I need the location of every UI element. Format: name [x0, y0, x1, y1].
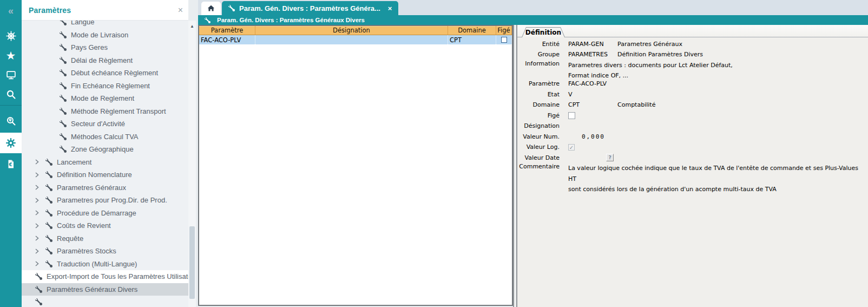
sidebar-item[interactable]: Méthodes Calcul TVA	[22, 130, 188, 143]
column-header-paramtre[interactable]: Paramètre	[199, 26, 255, 35]
sidebar-item[interactable]: Définition Nomenclature	[22, 168, 188, 181]
tab-close-icon[interactable]: ×	[388, 4, 392, 12]
checkbox[interactable]	[568, 112, 575, 119]
sidebar-item-label: Zone Géographique	[71, 145, 134, 153]
sidebar-item[interactable]: Mode de Livraison	[22, 29, 188, 42]
invoice-euro-icon[interactable]: €	[0, 153, 22, 175]
field-value	[568, 112, 575, 119]
field-label: Information	[517, 60, 560, 67]
sidebar-item[interactable]: Zone Géographique	[22, 143, 188, 156]
favorites-star-icon[interactable]: ★	[0, 45, 22, 65]
scroll-up-arrow-icon[interactable]: ▲	[188, 24, 196, 29]
sidebar-item-label: Méthode Règlement Transport	[71, 107, 166, 115]
wrench-icon	[60, 146, 67, 153]
sidebar-item[interactable]: Début échéance Règlement	[22, 67, 188, 80]
wrench-icon	[60, 57, 67, 64]
field-value: PARAMETRESDéfinition Paramètres Divers	[568, 51, 703, 58]
sidebar-item-label: Mode de Livraison	[71, 31, 128, 39]
sidebar-item[interactable]: Export-Import de Tous les Paramètres Uti…	[22, 270, 188, 283]
gear-icon[interactable]	[0, 133, 22, 153]
date-picker-button[interactable]: ?	[606, 154, 614, 161]
tab-strip: Param. Gén. Divers : Paramètres Généra..…	[198, 0, 868, 15]
chevron-right-icon	[35, 172, 39, 178]
panel-top-gradient	[517, 25, 868, 37]
wrench-icon	[60, 69, 67, 76]
sidebar-item-label: Coûts de Revient	[57, 221, 111, 230]
sidebar-item[interactable]: Paramètres Stocks	[22, 245, 188, 258]
numeric-value[interactable]: 0,000	[568, 133, 605, 140]
tab-home[interactable]	[201, 2, 221, 15]
field-row: InformationParametres divers : documents…	[517, 60, 868, 71]
collapse-sidebar-button[interactable]: «	[0, 0, 22, 22]
definition-fields: EntitéPARAM-GENParametres GénérauxGroupe…	[517, 39, 868, 174]
parameters-table: ParamètreDésignationDomaineFigé FAC-ACO-…	[198, 25, 513, 306]
parameters-sidebar: Paramètres × LangueMode de LivraisonPays…	[22, 0, 188, 307]
sidebar-item-label: Pays Geres	[71, 43, 108, 51]
sidebar-item[interactable]: Paramètres Généraux Divers	[22, 283, 188, 296]
chevron-right-icon	[35, 210, 39, 215]
sidebar-item[interactable]: Délai de Règlement	[22, 54, 188, 67]
sidebar-item-label: Délai de Règlement	[71, 56, 133, 64]
field-value: ✓	[568, 144, 575, 151]
view-title: Param. Gén. Divers : Paramètres Généraux…	[217, 17, 365, 23]
field-label: Valeur Num.	[517, 133, 560, 140]
field-value: PARAM-GENParametres Généraux	[568, 41, 682, 48]
sidebar-header: Paramètres ×	[22, 0, 188, 21]
wrench-icon	[45, 159, 52, 166]
sidebar-item-label: Fin Echéance Règlement	[71, 82, 150, 90]
panel-splitter[interactable]	[513, 25, 517, 307]
tab-param-gen-divers[interactable]: Param. Gén. Divers : Paramètres Généra..…	[222, 1, 398, 15]
sidebar-item[interactable]: Parametres pour Prog.Dir. de Prod.	[22, 194, 188, 207]
sidebar-item[interactable]: Coûts de Revient	[22, 219, 188, 232]
value: FAC-ACO-PLV	[568, 80, 607, 87]
cell: FAC-ACO-PLV	[199, 35, 255, 44]
field-label: Désignation	[517, 122, 560, 129]
wrench-icon	[205, 17, 211, 23]
sidebar-item-label: Parametres Généraux	[57, 184, 126, 192]
left-icon-bar: « ★	[0, 0, 22, 307]
sidebar-scrollbar[interactable]: ▲	[188, 21, 196, 307]
column-header-fig[interactable]: Figé	[496, 26, 512, 35]
sidebar-item[interactable]: Secteur d'Activité	[22, 117, 188, 130]
sidebar-item[interactable]: Lancement	[22, 156, 188, 169]
sidebar-item[interactable]: Procédure de Démarrage	[22, 207, 188, 220]
search-location-icon[interactable]	[0, 109, 22, 133]
sidebar-item[interactable]	[22, 296, 188, 307]
field-label: Figé	[517, 112, 560, 119]
field-value: 0,000	[568, 133, 605, 140]
field-value: V	[568, 91, 573, 98]
cell-fige	[496, 35, 512, 44]
chevron-right-icon	[35, 223, 39, 228]
column-header-domaine[interactable]: Domaine	[448, 26, 496, 35]
monitor-icon[interactable]	[0, 65, 22, 84]
table-header-row: ParamètreDésignationDomaineFigé	[199, 26, 512, 35]
field-value: La valeur logique cochée indique que le …	[568, 163, 868, 195]
scrollbar-thumb[interactable]	[189, 226, 195, 299]
sidebar-item-label: Traduction (Multi-Langue)	[57, 260, 137, 268]
field-value: CPTComptabilité	[568, 101, 655, 108]
wrench-icon	[60, 108, 67, 115]
tab-definition[interactable]: Définition	[522, 27, 565, 37]
table-row[interactable]: FAC-ACO-PLVCPT	[199, 35, 512, 44]
home-icon	[207, 4, 215, 13]
sidebar-item[interactable]: Fin Echéance Règlement	[22, 80, 188, 93]
helm-icon[interactable]	[0, 26, 22, 45]
cell	[255, 35, 448, 44]
sidebar-item[interactable]: Méthode Règlement Transport	[22, 105, 188, 118]
sidebar-item[interactable]: Parametres Généraux	[22, 181, 188, 194]
fige-checkbox[interactable]	[501, 37, 507, 43]
sidebar-item[interactable]: Langue	[22, 21, 188, 29]
sidebar-item[interactable]: Pays Geres	[22, 41, 188, 54]
column-header-dsignation[interactable]: Désignation	[255, 26, 448, 35]
field-row: Figé	[517, 110, 868, 121]
value-description: Parametres Généraux	[617, 41, 682, 48]
search-icon[interactable]	[0, 84, 22, 104]
chevron-right-icon	[35, 185, 39, 190]
sidebar-close-icon[interactable]: ×	[178, 6, 183, 15]
field-label: Groupe	[517, 51, 560, 58]
wrench-icon	[35, 286, 42, 293]
sidebar-item[interactable]: Requête	[22, 232, 188, 245]
sidebar-item[interactable]: Mode de Reglement	[22, 92, 188, 105]
sidebar-item[interactable]: Traduction (Multi-Langue)	[22, 258, 188, 271]
wrench-icon	[45, 197, 52, 204]
